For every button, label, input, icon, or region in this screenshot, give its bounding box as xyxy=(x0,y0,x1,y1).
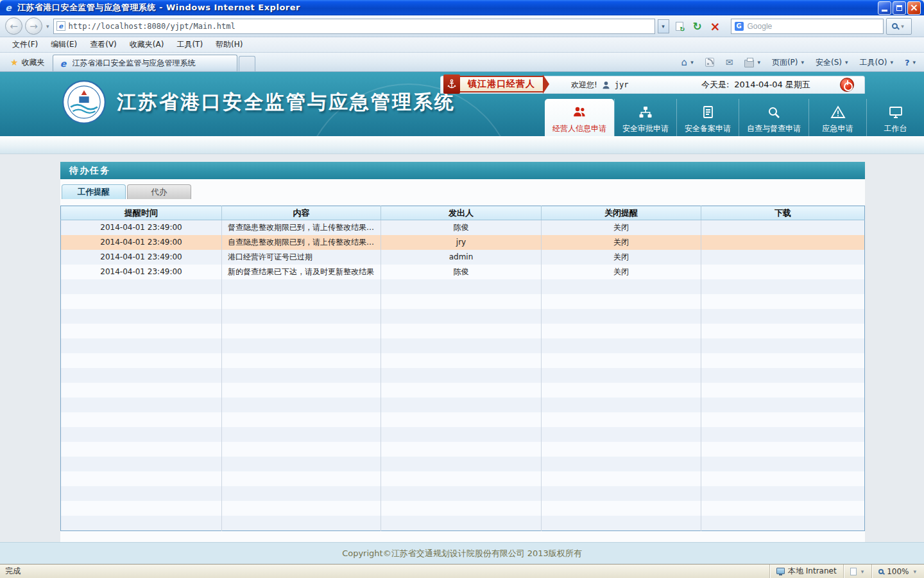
zone-label: 本地 Intranet xyxy=(788,566,837,577)
forward-button[interactable] xyxy=(25,17,42,35)
menu-file[interactable]: 文件(F) xyxy=(6,38,44,51)
cell-sender xyxy=(381,368,542,383)
history-dropdown-icon[interactable] xyxy=(46,23,49,30)
cell-content xyxy=(222,427,381,442)
favorites-button[interactable]: 收藏夹 xyxy=(4,55,51,70)
cell-content: 港口经营许可证号已过期 xyxy=(222,250,381,265)
cell-content xyxy=(222,412,381,427)
home-button[interactable] xyxy=(677,55,698,70)
printer-icon xyxy=(744,60,754,67)
table-row: 2014-04-01 23:49:00新的督查结果已下达，请及时更新整改结果陈俊… xyxy=(61,265,865,279)
page-menu-label: 页面(P) xyxy=(772,57,798,68)
copyright-text: Copyright©江苏省交通规划设计院股份有限公司 2013版权所有 xyxy=(342,548,582,559)
close-reminder-link[interactable]: 关闭 xyxy=(542,265,701,279)
cell-sender xyxy=(381,338,542,353)
col-header-content: 内容 xyxy=(222,206,381,220)
minimize-button[interactable] xyxy=(878,1,891,15)
cell-download xyxy=(701,220,865,236)
cell-time xyxy=(61,501,222,516)
safety-menu-button[interactable]: 安全(S) xyxy=(811,55,853,70)
tab-todo[interactable]: 代办 xyxy=(127,184,191,199)
status-right: 本地 Intranet 100% xyxy=(769,565,924,578)
cell-sender: 陈俊 xyxy=(381,265,542,279)
print-button[interactable] xyxy=(740,55,765,70)
tools-menu-button[interactable]: 工具(O) xyxy=(855,55,898,70)
cell-sender: 陈俊 xyxy=(381,220,542,236)
cell-download xyxy=(701,383,865,398)
close-reminder-link[interactable]: 关闭 xyxy=(542,220,701,236)
tab-title: 江苏省港口安全监管与应急管理系统 xyxy=(73,58,196,69)
cell-time xyxy=(61,471,222,486)
cell-sender xyxy=(381,427,542,442)
cell-download xyxy=(701,516,865,531)
user-avatar-icon xyxy=(601,80,611,90)
tab-work-reminder[interactable]: 工作提醒 xyxy=(62,184,126,199)
nav-item-inspection[interactable]: 自查与督查申请 xyxy=(739,99,809,136)
search-magnifier-icon xyxy=(892,23,898,29)
cell-sender xyxy=(381,486,542,501)
address-dropdown-button[interactable] xyxy=(658,19,669,33)
maximize-icon xyxy=(896,5,902,11)
table-row-empty xyxy=(61,412,865,427)
monitor-icon xyxy=(887,103,904,121)
refresh-button[interactable] xyxy=(690,19,705,34)
welcome-strip: 镇江港口经营人 欢迎您! jyr 今天是: 2014-04-04 星期五 xyxy=(440,76,865,94)
menu-edit[interactable]: 编辑(E) xyxy=(45,38,83,51)
cell-time xyxy=(61,294,222,309)
cell-content xyxy=(222,324,381,338)
browser-tab-active[interactable]: 江苏省港口安全监管与应急管理系统 xyxy=(53,55,237,71)
menu-favorites[interactable]: 收藏夹(A) xyxy=(124,38,170,51)
menu-tools[interactable]: 工具(T) xyxy=(171,38,209,51)
page-menu-button[interactable]: 页面(P) xyxy=(767,55,809,70)
menu-bar: 文件(F) 编辑(E) 查看(V) 收藏夹(A) 工具(T) 帮助(H) xyxy=(0,37,924,53)
nav-item-workbench[interactable]: 工作台 xyxy=(866,99,924,136)
role-badge: 镇江港口经营人 xyxy=(460,76,543,92)
table-row: 2014-04-01 23:49:00督查隐患整改期限已到，请上传整改结果…陈俊… xyxy=(61,220,865,236)
nav-item-emergency[interactable]: 应急申请 xyxy=(809,99,866,136)
help-button[interactable] xyxy=(900,55,920,70)
mail-button[interactable] xyxy=(721,55,738,70)
close-button[interactable] xyxy=(907,1,921,15)
cell-close xyxy=(542,398,701,412)
nav-item-operator-info[interactable]: 经营人信息申请 xyxy=(545,99,614,136)
cell-content xyxy=(222,353,381,368)
address-input[interactable] xyxy=(69,22,652,31)
browser-window: 江苏省港口安全监管与应急管理系统 - Windows Internet Expl… xyxy=(0,0,924,578)
zoom-segment[interactable]: 100% xyxy=(871,565,924,578)
warning-triangle-icon xyxy=(830,103,846,121)
back-button[interactable] xyxy=(5,17,22,35)
cell-sender xyxy=(381,412,542,427)
cell-time xyxy=(61,412,222,427)
menu-help[interactable]: 帮助(H) xyxy=(210,38,248,51)
new-tab-button[interactable] xyxy=(239,56,255,71)
cell-time: 2014-04-01 23:49:00 xyxy=(61,250,222,265)
cell-close xyxy=(542,427,701,442)
menu-view[interactable]: 查看(V) xyxy=(84,38,123,51)
date-cluster: 今天是: 2014-04-04 星期五 xyxy=(701,79,810,91)
app-title: 江苏省港口安全监管与应急管理系统 xyxy=(117,89,456,116)
anchor-icon xyxy=(443,74,460,94)
stop-button[interactable] xyxy=(708,19,723,34)
logout-button[interactable] xyxy=(840,78,854,92)
cell-content xyxy=(222,442,381,457)
maximize-button[interactable] xyxy=(893,1,906,15)
search-input[interactable] xyxy=(748,22,880,31)
close-reminder-link[interactable]: 关闭 xyxy=(542,250,701,265)
compatibility-button[interactable] xyxy=(672,19,687,34)
cell-sender xyxy=(381,398,542,412)
cell-content xyxy=(222,383,381,398)
cell-content xyxy=(222,486,381,501)
search-button[interactable] xyxy=(886,18,912,35)
cell-download xyxy=(701,442,865,457)
protected-mode-segment[interactable] xyxy=(843,565,872,578)
cell-sender: admin xyxy=(381,250,542,265)
home-icon xyxy=(681,57,688,68)
table-row-empty xyxy=(61,398,865,412)
close-reminder-link[interactable]: 关闭 xyxy=(542,235,701,250)
nav-item-safety-approval[interactable]: 安全审批申请 xyxy=(614,99,676,136)
feeds-button[interactable] xyxy=(701,55,719,70)
cell-time xyxy=(61,309,222,324)
table-row-empty xyxy=(61,353,865,368)
cell-download xyxy=(701,427,865,442)
nav-item-safety-record[interactable]: 安全备案申请 xyxy=(676,99,739,136)
